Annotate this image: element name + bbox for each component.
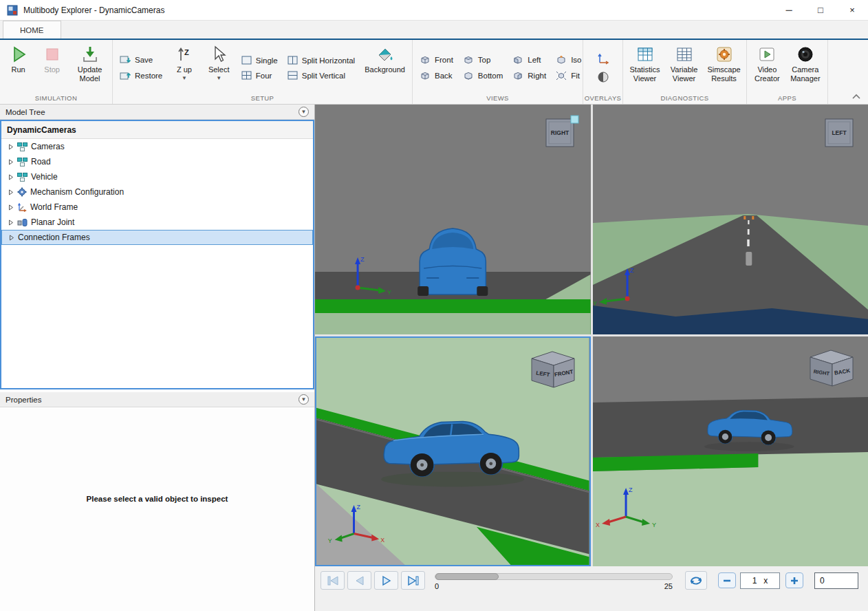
expand-icon[interactable]: [8, 174, 14, 180]
frame-overlay-button[interactable]: [593, 51, 614, 66]
tree-item-mechanism-configuration[interactable]: Mechanism Configuration: [1, 184, 313, 200]
viewport-top-right[interactable]: Z Y LEFT: [593, 105, 868, 334]
view-front-icon: [420, 55, 431, 65]
step-back-button[interactable]: [347, 571, 371, 590]
svg-text:X: X: [596, 522, 600, 528]
frames-icon: [17, 173, 28, 182]
expand-icon[interactable]: [8, 144, 14, 150]
overlays-section-label: OVERLAYS: [583, 94, 622, 104]
go-to-start-icon: [326, 575, 340, 586]
stop-button[interactable]: Stop: [36, 42, 68, 94]
loop-button[interactable]: [685, 571, 707, 590]
ribbon: Run Stop Update Model SIMULATION: [0, 40, 868, 105]
split-horizontal-button[interactable]: Split Horizontal: [284, 54, 358, 66]
variable-viewer-button[interactable]: Variable Viewer: [666, 42, 702, 94]
expand-icon[interactable]: [8, 219, 14, 226]
speed-field[interactable]: 1 x: [740, 572, 780, 589]
tree-item-planar-joint[interactable]: Planar Joint: [1, 215, 313, 230]
select-dropdown-icon[interactable]: ▼: [216, 75, 221, 81]
split-vertical-icon: [287, 71, 298, 80]
view-bottom-button[interactable]: Bottom: [459, 69, 506, 82]
view-top-button[interactable]: Top: [459, 54, 506, 66]
diagnostics-section-label: DIAGNOSTICS: [623, 94, 746, 104]
timeline-thumb[interactable]: [435, 573, 499, 580]
four-views-button[interactable]: Four: [238, 69, 281, 81]
close-button[interactable]: ×: [836, 0, 868, 20]
world-frame-icon: [17, 202, 27, 212]
view-right-button[interactable]: Right: [509, 69, 550, 82]
view-right-label: Right: [528, 72, 546, 80]
video-creator-button[interactable]: Video Creator: [750, 42, 784, 94]
views-section-label: VIEWS: [413, 94, 583, 104]
tree-item-connection-frames[interactable]: Connection Frames: [1, 230, 313, 245]
viewport-bottom-left[interactable]: Z X Y LEFT FRONT: [315, 336, 591, 566]
model-tree-root[interactable]: DynamicCameras: [1, 121, 313, 139]
expand-icon[interactable]: [9, 235, 14, 241]
z-up-button[interactable]: Z Z up ▼: [169, 42, 199, 94]
tree-item-cameras[interactable]: Cameras: [1, 139, 313, 154]
time-field[interactable]: 0: [814, 572, 858, 589]
svg-text:Y: Y: [593, 300, 597, 307]
expand-icon[interactable]: [8, 204, 14, 211]
statistics-viewer-button[interactable]: Statistics Viewer: [627, 42, 663, 94]
maximize-button[interactable]: □: [805, 0, 836, 20]
view-front-button[interactable]: Front: [416, 54, 457, 66]
play-button[interactable]: [374, 571, 398, 590]
select-label: Select: [208, 65, 230, 74]
variable-viewer-icon: [675, 45, 693, 63]
viewport-top-left[interactable]: Z Y RIGHT: [315, 105, 591, 334]
view-iso-icon: [556, 55, 567, 65]
properties-header: Properties ▼: [0, 392, 314, 407]
run-button[interactable]: Run: [3, 42, 33, 94]
tab-home[interactable]: HOME: [3, 21, 61, 39]
properties-collapse-icon[interactable]: ▼: [299, 394, 309, 405]
viewport-bottom-right[interactable]: Z X Y RIGHT BACK: [593, 336, 868, 566]
ribbon-collapse-icon[interactable]: [851, 94, 861, 100]
single-view-button[interactable]: Single: [238, 54, 281, 66]
save-button[interactable]: Save: [116, 54, 166, 66]
go-to-start-button[interactable]: [321, 571, 345, 590]
timeline: 0 25: [435, 571, 673, 590]
split-horizontal-label: Split Horizontal: [302, 56, 355, 65]
tree-item-vehicle[interactable]: Vehicle: [1, 169, 313, 184]
view-cube[interactable]: RIGHT BACK: [805, 346, 857, 389]
com-overlay-button[interactable]: [594, 69, 613, 85]
view-back-button[interactable]: Back: [416, 69, 457, 82]
minimize-button[interactable]: ─: [773, 0, 805, 20]
expand-icon[interactable]: [8, 159, 14, 165]
view-cube[interactable]: LEFT FRONT: [526, 347, 578, 390]
split-vertical-button[interactable]: Split Vertical: [284, 69, 358, 81]
expand-icon[interactable]: [8, 189, 14, 195]
view-cube[interactable]: LEFT: [821, 114, 857, 149]
tree-item-world-frame[interactable]: World Frame: [1, 200, 313, 215]
speed-decrease-button[interactable]: [718, 572, 736, 588]
camera-manager-label: Camera Manager: [787, 65, 824, 83]
model-tree-collapse-icon[interactable]: ▼: [299, 107, 309, 117]
ribbon-section-simulation: Run Stop Update Model SIMULATION: [0, 40, 113, 104]
tree-item-road[interactable]: Road: [1, 154, 313, 169]
view-left-icon: [512, 55, 523, 65]
camera-manager-button[interactable]: Camera Manager: [787, 42, 824, 94]
timeline-slider[interactable]: [435, 573, 673, 580]
view-left-button[interactable]: Left: [509, 54, 550, 66]
ribbon-section-views: Front Back Top: [413, 40, 583, 104]
view-right-icon: [512, 71, 523, 81]
window-controls: ─ □ ×: [773, 0, 868, 20]
view-cube[interactable]: RIGHT: [544, 114, 580, 149]
timeline-max-label: 25: [664, 582, 673, 590]
restore-button[interactable]: Restore: [116, 69, 166, 82]
simscape-results-button[interactable]: Simscape Results: [705, 42, 743, 94]
background-label: Background: [365, 65, 405, 74]
update-model-button[interactable]: Update Model: [71, 42, 109, 94]
select-button[interactable]: Select ▼: [203, 42, 235, 94]
view-fit-button[interactable]: Fit: [552, 69, 585, 82]
z-up-dropdown-icon[interactable]: ▼: [182, 75, 187, 81]
ribbon-spacer: [828, 40, 868, 104]
view-iso-button[interactable]: Iso: [552, 54, 585, 66]
speed-increase-button[interactable]: [785, 572, 803, 588]
statistics-viewer-label: Statistics Viewer: [627, 65, 663, 83]
background-button[interactable]: Background: [361, 42, 409, 94]
tree-item-label: Planar Joint: [31, 217, 74, 227]
svg-text:Z: Z: [630, 267, 634, 274]
step-forward-button[interactable]: [401, 571, 425, 590]
